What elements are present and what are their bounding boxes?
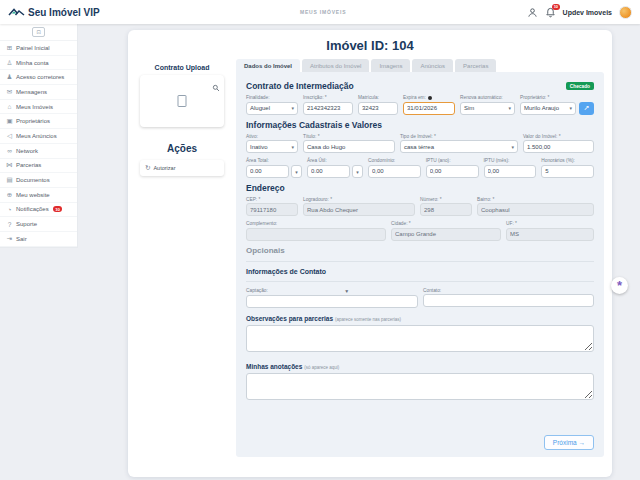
document-placeholder-icon [178, 95, 187, 107]
user-icon: ♙ [6, 59, 13, 67]
tab-atributos-do-imovel[interactable]: Atributos do Imóvel [302, 59, 369, 72]
tipo-imovel-select[interactable]: casa térrea ▾ [400, 140, 518, 153]
field-logradouro: Logradouro: * [303, 197, 415, 217]
logradouro-input[interactable] [303, 203, 415, 216]
sidebar-item-parcerias[interactable]: ⋈ Parcerias [0, 159, 77, 174]
proprietario-select[interactable]: Murilo Araujo ▾ [520, 102, 576, 115]
select-value: Murilo Araujo [524, 105, 559, 111]
bairro-input[interactable] [477, 203, 594, 216]
sidebar-item-network[interactable]: ∞ Network [0, 144, 77, 159]
iptu-mes-input[interactable] [484, 165, 537, 178]
top-header: Seu Imóvel VIP MEUS IMÓVEIS 10 Updev Imo… [0, 0, 640, 24]
field-inscricao: Inscrição: * [303, 95, 353, 115]
captacao-input[interactable] [246, 295, 418, 308]
obs-parcerias-textarea[interactable] [246, 325, 594, 352]
matricula-label: Matrícula: [358, 95, 398, 100]
titulo-label: Título: * [303, 134, 395, 139]
network-icon: ∞ [6, 147, 13, 154]
megaphone-icon: ◁ [6, 132, 13, 140]
valor-input[interactable] [523, 140, 594, 153]
honorarios-input[interactable] [541, 165, 594, 178]
contract-upload-dropzone[interactable] [140, 75, 224, 127]
sidebar-item-proprietarios[interactable]: ▣ Proprietários [0, 114, 77, 129]
complemento-input[interactable] [246, 228, 386, 241]
divider [246, 281, 594, 282]
opcionais-title: Opcionais [246, 246, 594, 255]
sidebar-item-documentos[interactable]: ▤ Documentos [0, 173, 77, 188]
actions-title: Ações [140, 143, 224, 154]
sidebar-item-meus-imoveis[interactable]: ⌂ Meus Imóveis [0, 100, 77, 115]
anotacoes-hint: (só aparece aqui) [304, 365, 339, 370]
sidebar-item-label: Suporte [16, 221, 37, 227]
document-icon: ▤ [6, 176, 13, 184]
sidebar-item-suporte[interactable]: ? Suporte [0, 217, 77, 232]
select-value: Aluguel [250, 105, 270, 111]
condominio-input[interactable] [368, 165, 421, 178]
page-title: Imóvel ID: 104 [128, 30, 612, 53]
expira-input[interactable] [403, 102, 455, 115]
user-name[interactable]: Updev Imoveis [563, 9, 612, 16]
area-unit-select[interactable]: ▾ [291, 165, 302, 178]
magnifier-icon[interactable] [212, 78, 220, 96]
titulo-input[interactable] [303, 140, 395, 153]
sidebar-item-notificacoes[interactable]: ◔ Notificações 10 [0, 203, 77, 218]
contato-section-title: Informações de Contato [246, 268, 594, 275]
section-endereco: Endereço [246, 183, 594, 193]
renova-select[interactable]: Sim ▾ [460, 102, 515, 115]
field-area-total: Área Total: ▾ [246, 158, 302, 178]
brand-logo[interactable]: Seu Imóvel VIP [8, 7, 100, 18]
iptu-ano-input[interactable] [426, 165, 479, 178]
asterisk-icon: * [617, 278, 622, 293]
sidebar-item-mensagens[interactable]: ✉ Mensagens [0, 85, 77, 100]
nav-meus-imoveis[interactable]: MEUS IMÓVEIS [300, 9, 346, 15]
finalidade-select[interactable]: Aluguel ▾ [246, 102, 298, 115]
bell-icon[interactable]: 10 [545, 7, 556, 18]
condominio-label: Condomínio: [368, 158, 421, 163]
tab-anuncios[interactable]: Anúncios [412, 59, 453, 72]
sidebar-item-meu-website[interactable]: ⊕ Meu website [0, 188, 77, 203]
user-icon[interactable] [527, 7, 538, 18]
area-unit-select[interactable]: ▾ [352, 165, 363, 178]
field-cep: CEP: * [246, 197, 298, 217]
tab-dados-do-imovel[interactable]: Dados do Imóvel [236, 59, 300, 72]
sidebar-item-minha-conta[interactable]: ♙ Minha conta [0, 56, 77, 71]
field-contato: Contato: [423, 288, 594, 309]
matricula-input[interactable] [358, 102, 398, 115]
chevron-down-icon: ▾ [569, 105, 572, 111]
contato-input[interactable] [423, 294, 594, 307]
open-owner-button[interactable]: ↗ [579, 102, 594, 115]
sidebar-item-sair[interactable]: ⇥ Sair [0, 232, 77, 247]
sidebar-item-label: Painel Inicial [16, 45, 50, 51]
sidebar-item-acesso-corretores[interactable]: ♟ Acesso corretores [0, 70, 77, 85]
logradouro-label: Logradouro: * [303, 197, 415, 202]
select-value: Sim [464, 105, 474, 111]
tab-parcerias[interactable]: Parcerias [455, 59, 496, 72]
contract-section-title: Contrato de Intermediação [246, 81, 354, 91]
tab-imagens[interactable]: Imagens [371, 59, 410, 72]
filter-icon[interactable]: ▼ [344, 288, 349, 294]
cidade-input[interactable] [391, 228, 501, 241]
area-util-input[interactable] [307, 165, 350, 178]
external-link-icon: ↗ [584, 104, 590, 111]
honorarios-label: Honorários (%): [541, 158, 594, 163]
sidebar-item-painel-inicial[interactable]: ⊞ Painel Inicial [0, 41, 77, 56]
numero-input[interactable] [420, 203, 472, 216]
cep-input[interactable] [246, 203, 298, 216]
left-column: Contrato Upload Ações ↻ Autorizar [140, 59, 224, 457]
area-total-input[interactable] [246, 165, 289, 178]
accessibility-widget[interactable]: * [611, 277, 628, 294]
inscricao-input[interactable] [303, 102, 353, 115]
field-condominio: Condomínio: [368, 158, 421, 178]
avatar[interactable] [619, 6, 632, 19]
field-finalidade: Finalidade: Aluguel ▾ [246, 95, 298, 115]
authorize-action[interactable]: ↻ Autorizar [140, 160, 224, 176]
uf-input[interactable] [506, 228, 594, 241]
next-button[interactable]: Próxima → [544, 435, 594, 450]
sidebar-collapse-button[interactable]: ⊡ [32, 27, 45, 37]
sidebar-item-meus-anuncios[interactable]: ◁ Meus Anúncios [0, 129, 77, 144]
ativo-select[interactable]: Inativo ▾ [246, 140, 298, 153]
iptu-ano-label: IPTU (ano): [426, 158, 479, 163]
sidebar: ⊡ ⊞ Painel Inicial ♙ Minha conta ♟ Acess… [0, 24, 78, 248]
sidebar-item-label: Meus Anúncios [16, 133, 57, 139]
anotacoes-textarea[interactable] [246, 373, 594, 400]
